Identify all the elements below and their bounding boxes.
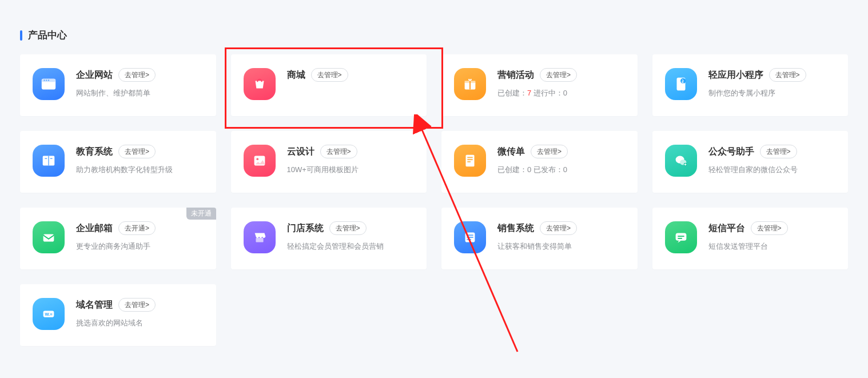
card-subtitle: 助力教培机构数字化转型升级 [76,164,204,176]
section-title-text: 产品中心 [28,29,67,42]
card-subtitle: 已创建：7 进行中：0 [497,87,625,99]
svg-rect-7 [469,81,471,89]
card-sms[interactable]: 短信平台 去管理> 短信发送管理平台 [652,208,849,269]
card-title: 销售系统 [497,222,534,234]
manage-button[interactable]: 去管理> [320,145,357,158]
svg-rect-28 [467,239,471,240]
card-title: 企业邮箱 [76,222,113,234]
manage-button[interactable]: 去管理> [531,145,568,158]
product-grid: 企业网站 去管理> 网站制作、维护都简单 商城 去管理> [20,54,848,346]
card-title: 营销活动 [497,69,534,81]
card-design[interactable]: 云设计 去管理> 10W+可商用模板图片 [231,131,427,193]
svg-rect-23 [43,234,54,241]
inactive-badge: 未开通 [186,208,216,220]
svg-rect-30 [678,236,684,237]
card-title: 域名管理 [76,299,113,311]
svg-point-3 [46,79,47,81]
card-sales[interactable]: 销售系统 去管理> 让获客和销售变得简单 [441,208,638,269]
card-subtitle: 让获客和销售变得简单 [497,241,625,252]
svg-rect-26 [467,234,473,236]
svg-rect-17 [467,157,472,158]
card-title: 门店系统 [287,222,324,234]
section-title: 产品中心 [20,29,848,42]
store-icon [244,221,276,253]
manage-button[interactable]: 去管理> [540,68,577,82]
manage-button[interactable]: 去管理> [329,221,367,235]
svg-rect-18 [467,159,472,160]
svg-point-2 [43,79,45,81]
card-shop[interactable]: 商城 去管理> [231,54,427,116]
card-title: 企业网站 [76,69,113,81]
image-icon [244,145,276,177]
svg-point-15 [256,158,258,160]
card-title: 短信平台 [708,222,745,234]
card-subtitle: 短信发送管理平台 [708,241,836,252]
card-enterprise-site[interactable]: 企业网站 去管理> 网站制作、维护都简单 [20,54,216,116]
chat-icon [665,221,697,253]
svg-point-4 [48,79,49,81]
card-title: 教育系统 [76,146,113,158]
manage-button[interactable]: 去管理> [311,68,348,82]
manage-button[interactable]: 去管理> [118,298,156,312]
card-store[interactable]: 门店系统 去管理> 轻松搞定会员管理和会员营销 [231,208,427,269]
manage-button[interactable]: 去管理> [540,221,577,235]
card-subtitle: 轻松搞定会员管理和会员营销 [287,241,415,252]
card-title: 云设计 [287,146,314,158]
wechat-icon [665,145,697,177]
gift-icon [454,68,486,100]
mail-icon [33,221,65,253]
svg-text:W.=: W.= [45,312,53,317]
card-subtitle: 挑选喜欢的网站域名 [76,317,204,329]
card-title: 轻应用小程序 [708,69,763,81]
manage-button[interactable]: 去管理> [769,68,806,82]
svg-rect-24 [256,238,263,242]
flyer-icon [454,145,486,177]
manage-button[interactable]: 去管理> [118,145,156,158]
manage-button[interactable]: 去管理> [751,221,788,235]
activate-button[interactable]: 去开通> [118,221,156,235]
manage-button[interactable]: 去管理> [760,145,797,158]
card-domain[interactable]: W.= 域名管理 去管理> 挑选喜欢的网站域名 [20,284,216,346]
card-subtitle: 10W+可商用模板图片 [287,164,415,176]
shopping-bag-icon [244,68,276,100]
card-mail[interactable]: 未开通 企业邮箱 去开通> 更专业的商务沟通助手 [20,208,216,269]
svg-rect-16 [466,155,475,167]
card-title: 商城 [287,69,305,81]
card-flyer[interactable]: 微传单 去管理> 已创建：0 已发布：0 [441,131,638,193]
domain-icon: W.= [33,298,65,330]
manage-button[interactable]: 去管理> [118,68,156,82]
card-education[interactable]: 教育系统 去管理> 助力教培机构数字化转型升级 [20,131,216,193]
card-miniapp[interactable]: 轻应用小程序 去管理> 制作您的专属小程序 [652,54,849,116]
card-subtitle: 轻松管理自家的微信公众号 [708,164,836,176]
svg-rect-31 [678,238,682,239]
card-subtitle: 制作您的专属小程序 [708,87,836,99]
card-subtitle: 网站制作、维护都简单 [76,87,204,99]
browser-icon [33,68,65,100]
card-title: 微传单 [497,146,525,158]
card-subtitle: 已创建：0 已发布：0 [497,164,625,176]
card-wechat-helper[interactable]: 公众号助手 去管理> 轻松管理自家的微信公众号 [652,131,849,193]
card-title: 公众号助手 [708,146,754,158]
book-icon [33,145,65,177]
svg-rect-27 [467,237,473,238]
svg-rect-19 [467,161,471,162]
card-marketing[interactable]: 营销活动 去管理> 已创建：7 进行中：0 [441,54,638,116]
list-icon [454,221,486,253]
card-subtitle: 更专业的商务沟通助手 [76,241,204,252]
miniapp-icon [665,68,697,100]
